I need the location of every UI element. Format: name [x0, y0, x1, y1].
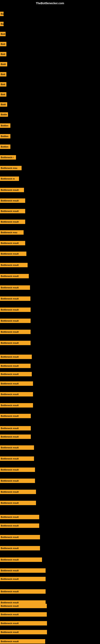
- bar-row-25: Bottleneck result: [0, 263, 28, 267]
- bar-row-42: Bottleneck result: [0, 445, 34, 450]
- bar-row-16: Bottleneck resu: [0, 166, 22, 170]
- bar-row-47: Bottleneck result: [0, 501, 36, 505]
- bar-label-50: Bottleneck result: [0, 535, 40, 539]
- bar-row-24: Bottleneck result: [0, 252, 26, 256]
- bar-row-8: Bott: [0, 82, 6, 86]
- bar-label-25: Bottleneck result: [0, 263, 28, 267]
- bar-label-35: Bottleneck result: [0, 372, 32, 376]
- bar-label-8: Bott: [0, 82, 6, 86]
- bar-row-29: Bottleneck result: [0, 308, 31, 312]
- bar-row-50: Bottleneck result: [0, 535, 40, 539]
- bar-label-44: Bottleneck result: [0, 468, 35, 472]
- bar-label-24: Bottleneck result: [0, 252, 26, 256]
- bar-label-15: Bottleneck r: [0, 155, 16, 160]
- bar-label-51: Bottleneck result: [0, 546, 40, 550]
- bar-row-38: Bottleneck result: [0, 403, 33, 408]
- bar-label-12: Bottlen: [0, 123, 10, 128]
- bar-row-44: Bottleneck result: [0, 468, 35, 472]
- bar-row-31: Bottleneck result: [0, 330, 31, 334]
- bar-row-15: Bottleneck r: [0, 155, 16, 160]
- bar-row-45: Bottleneck result: [0, 478, 35, 483]
- bar-label-34: Bottleneck result: [0, 364, 31, 368]
- bar-label-38: Bottleneck result: [0, 403, 33, 408]
- bar-label-55: Bottleneck result: [0, 589, 46, 594]
- bar-row-26: Bottleneck result: [0, 274, 29, 278]
- bar-row-23: Bottleneck result: [0, 241, 25, 245]
- bar-row-2: Bo: [0, 22, 3, 26]
- bar-row-22: Bottleneck resu: [0, 230, 24, 235]
- bar-label-39: Bottleneck result: [0, 414, 31, 418]
- bar-row-46: Bottleneck result: [0, 490, 36, 494]
- bar-row-7: Bott: [0, 72, 6, 76]
- bar-label-30: Bottleneck result: [0, 318, 31, 323]
- bar-label-17: Bottleneck re: [0, 176, 19, 181]
- bar-row-4: Bott: [0, 42, 6, 46]
- bar-row-59: Bottleneck result: [0, 621, 47, 626]
- bar-label-47: Bottleneck result: [0, 501, 36, 505]
- bar-label-16: Bottleneck resu: [0, 166, 22, 170]
- bar-row-30: Bottleneck result: [0, 318, 31, 323]
- bar-row-60: Bottleneck result: [0, 630, 47, 634]
- bar-label-31: Bottleneck result: [0, 330, 31, 334]
- bar-label-6: Bottl: [0, 62, 7, 66]
- bar-label-54: Bottleneck result: [0, 577, 46, 581]
- bar-row-43: Bottleneck result: [0, 456, 34, 461]
- bar-row-13: Bottlen: [0, 134, 10, 138]
- bar-row-37: Bottleneck result: [0, 392, 33, 396]
- bar-label-45: Bottleneck result: [0, 478, 35, 483]
- bar-row-19: Bottleneck result: [0, 198, 25, 203]
- bar-row-36: Bottleneck result: [0, 381, 33, 386]
- bar-label-7: Bott: [0, 72, 6, 76]
- bar-label-49: Bottleneck result: [0, 524, 39, 528]
- bar-label-52: Bottleneck result: [0, 558, 42, 562]
- bar-row-41: Bottleneck result: [0, 434, 31, 439]
- bar-label-29: Bottleneck result: [0, 308, 31, 312]
- bar-row-11: Bottle: [0, 112, 8, 117]
- bar-row-48: Bottleneck result: [0, 515, 39, 519]
- bar-label-58: Bottleneck result: [0, 612, 47, 617]
- bar-row-57: Bottleneck result: [0, 604, 47, 608]
- bar-row-5: Bott: [0, 52, 6, 56]
- bar-row-52: Bottleneck result: [0, 558, 42, 562]
- bar-label-53: Bottleneck result: [0, 568, 46, 573]
- bar-row-55: Bottleneck result: [0, 589, 46, 594]
- bar-row-54: Bottleneck result: [0, 577, 46, 581]
- bar-row-6: Bottl: [0, 62, 7, 66]
- bar-label-10: Bottl: [0, 102, 7, 107]
- bar-row-40: Bottleneck result: [0, 426, 31, 430]
- bar-row-27: Bottleneck result: [0, 285, 30, 290]
- bar-label-9: Bott: [0, 92, 6, 96]
- bar-row-58: Bottleneck result: [0, 612, 47, 617]
- bar-row-32: Bottleneck result: [0, 341, 31, 345]
- bar-label-27: Bottleneck result: [0, 285, 30, 290]
- bar-row-51: Bottleneck result: [0, 546, 40, 550]
- bar-row-49: Bottleneck result: [0, 524, 39, 528]
- bar-row-21: Bottleneck result: [0, 220, 25, 224]
- bar-label-20: Bottleneck result: [0, 209, 25, 213]
- bar-label-2: Bo: [0, 22, 3, 26]
- bar-label-14: Bottlen: [0, 144, 10, 149]
- site-title: TheBottlenecker.com: [0, 0, 100, 6]
- bar-label-18: Bottleneck result: [0, 188, 24, 192]
- bar-label-41: Bottleneck result: [0, 434, 31, 439]
- bar-label-33: Bottleneck result: [0, 354, 32, 359]
- bar-label-1: Bo: [0, 12, 3, 16]
- bar-row-28: Bottleneck result: [0, 296, 30, 301]
- bar-row-53: Bottleneck result: [0, 568, 46, 573]
- bar-row-18: Bottleneck result: [0, 188, 24, 192]
- bar-label-36: Bottleneck result: [0, 381, 33, 386]
- bar-row-35: Bottleneck result: [0, 372, 32, 376]
- bar-label-3: Bott: [0, 32, 6, 36]
- bar-row-10: Bottl: [0, 102, 7, 107]
- bar-label-13: Bottlen: [0, 134, 10, 138]
- bar-label-37: Bottleneck result: [0, 392, 33, 396]
- bar-label-48: Bottleneck result: [0, 515, 39, 519]
- bar-label-40: Bottleneck result: [0, 426, 31, 430]
- bar-label-57: Bottleneck result: [0, 604, 47, 608]
- bar-label-59: Bottleneck result: [0, 621, 47, 626]
- bar-label-4: Bott: [0, 42, 6, 46]
- bar-label-46: Bottleneck result: [0, 490, 36, 494]
- bar-row-12: Bottlen: [0, 123, 10, 128]
- bar-row-17: Bottleneck re: [0, 176, 19, 181]
- bar-label-11: Bottle: [0, 112, 8, 117]
